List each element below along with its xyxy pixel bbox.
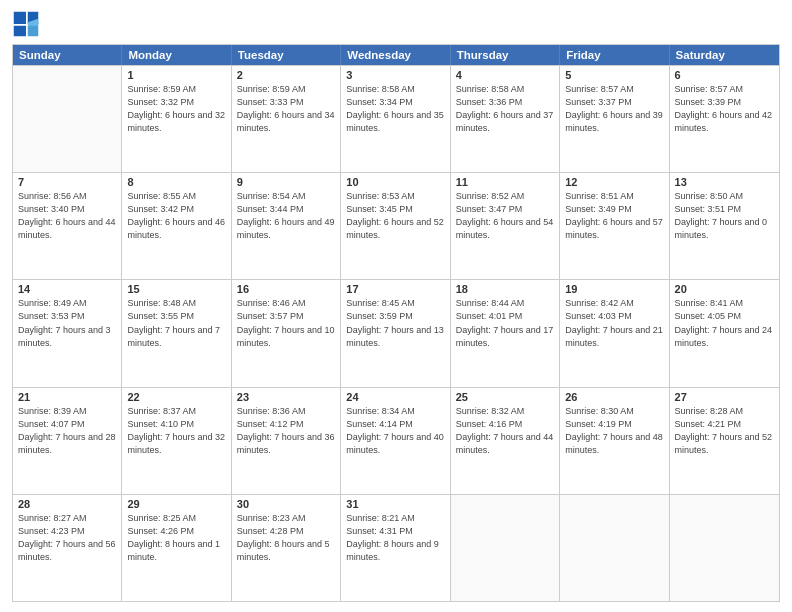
calendar-cell: 26Sunrise: 8:30 AM Sunset: 4:19 PM Dayli…	[560, 388, 669, 494]
day-info: Sunrise: 8:37 AM Sunset: 4:10 PM Dayligh…	[127, 405, 225, 457]
day-info: Sunrise: 8:56 AM Sunset: 3:40 PM Dayligh…	[18, 190, 116, 242]
calendar-cell	[451, 495, 560, 601]
calendar-body: 1Sunrise: 8:59 AM Sunset: 3:32 PM Daylig…	[13, 65, 779, 601]
day-number: 4	[456, 69, 554, 81]
day-number: 3	[346, 69, 444, 81]
day-info: Sunrise: 8:58 AM Sunset: 3:36 PM Dayligh…	[456, 83, 554, 135]
calendar-header: SundayMondayTuesdayWednesdayThursdayFrid…	[13, 45, 779, 65]
calendar-cell	[670, 495, 779, 601]
day-info: Sunrise: 8:44 AM Sunset: 4:01 PM Dayligh…	[456, 297, 554, 349]
calendar-cell: 4Sunrise: 8:58 AM Sunset: 3:36 PM Daylig…	[451, 66, 560, 172]
day-number: 13	[675, 176, 774, 188]
day-info: Sunrise: 8:52 AM Sunset: 3:47 PM Dayligh…	[456, 190, 554, 242]
day-info: Sunrise: 8:45 AM Sunset: 3:59 PM Dayligh…	[346, 297, 444, 349]
day-number: 10	[346, 176, 444, 188]
day-number: 27	[675, 391, 774, 403]
day-info: Sunrise: 8:34 AM Sunset: 4:14 PM Dayligh…	[346, 405, 444, 457]
weekday-header: Sunday	[13, 45, 122, 65]
day-number: 17	[346, 283, 444, 295]
day-info: Sunrise: 8:57 AM Sunset: 3:39 PM Dayligh…	[675, 83, 774, 135]
day-info: Sunrise: 8:42 AM Sunset: 4:03 PM Dayligh…	[565, 297, 663, 349]
day-info: Sunrise: 8:51 AM Sunset: 3:49 PM Dayligh…	[565, 190, 663, 242]
day-number: 22	[127, 391, 225, 403]
day-info: Sunrise: 8:57 AM Sunset: 3:37 PM Dayligh…	[565, 83, 663, 135]
day-number: 8	[127, 176, 225, 188]
calendar-cell: 19Sunrise: 8:42 AM Sunset: 4:03 PM Dayli…	[560, 280, 669, 386]
day-info: Sunrise: 8:48 AM Sunset: 3:55 PM Dayligh…	[127, 297, 225, 349]
day-info: Sunrise: 8:54 AM Sunset: 3:44 PM Dayligh…	[237, 190, 335, 242]
day-info: Sunrise: 8:59 AM Sunset: 3:33 PM Dayligh…	[237, 83, 335, 135]
calendar-cell: 23Sunrise: 8:36 AM Sunset: 4:12 PM Dayli…	[232, 388, 341, 494]
calendar-cell: 1Sunrise: 8:59 AM Sunset: 3:32 PM Daylig…	[122, 66, 231, 172]
calendar-cell: 2Sunrise: 8:59 AM Sunset: 3:33 PM Daylig…	[232, 66, 341, 172]
day-info: Sunrise: 8:27 AM Sunset: 4:23 PM Dayligh…	[18, 512, 116, 564]
calendar-cell: 27Sunrise: 8:28 AM Sunset: 4:21 PM Dayli…	[670, 388, 779, 494]
svg-rect-2	[14, 26, 26, 37]
calendar-cell: 3Sunrise: 8:58 AM Sunset: 3:34 PM Daylig…	[341, 66, 450, 172]
day-info: Sunrise: 8:58 AM Sunset: 3:34 PM Dayligh…	[346, 83, 444, 135]
calendar-row: 1Sunrise: 8:59 AM Sunset: 3:32 PM Daylig…	[13, 65, 779, 172]
calendar-row: 14Sunrise: 8:49 AM Sunset: 3:53 PM Dayli…	[13, 279, 779, 386]
day-info: Sunrise: 8:55 AM Sunset: 3:42 PM Dayligh…	[127, 190, 225, 242]
calendar-cell: 24Sunrise: 8:34 AM Sunset: 4:14 PM Dayli…	[341, 388, 450, 494]
calendar-cell: 15Sunrise: 8:48 AM Sunset: 3:55 PM Dayli…	[122, 280, 231, 386]
calendar-cell: 7Sunrise: 8:56 AM Sunset: 3:40 PM Daylig…	[13, 173, 122, 279]
calendar-cell: 6Sunrise: 8:57 AM Sunset: 3:39 PM Daylig…	[670, 66, 779, 172]
day-info: Sunrise: 8:28 AM Sunset: 4:21 PM Dayligh…	[675, 405, 774, 457]
logo	[12, 10, 44, 38]
day-info: Sunrise: 8:23 AM Sunset: 4:28 PM Dayligh…	[237, 512, 335, 564]
day-number: 18	[456, 283, 554, 295]
day-number: 7	[18, 176, 116, 188]
day-info: Sunrise: 8:21 AM Sunset: 4:31 PM Dayligh…	[346, 512, 444, 564]
weekday-header: Thursday	[451, 45, 560, 65]
calendar-cell: 28Sunrise: 8:27 AM Sunset: 4:23 PM Dayli…	[13, 495, 122, 601]
calendar-cell: 8Sunrise: 8:55 AM Sunset: 3:42 PM Daylig…	[122, 173, 231, 279]
day-number: 19	[565, 283, 663, 295]
day-number: 15	[127, 283, 225, 295]
calendar-cell: 12Sunrise: 8:51 AM Sunset: 3:49 PM Dayli…	[560, 173, 669, 279]
day-number: 24	[346, 391, 444, 403]
day-number: 5	[565, 69, 663, 81]
calendar-row: 7Sunrise: 8:56 AM Sunset: 3:40 PM Daylig…	[13, 172, 779, 279]
calendar-cell: 18Sunrise: 8:44 AM Sunset: 4:01 PM Dayli…	[451, 280, 560, 386]
calendar-cell: 22Sunrise: 8:37 AM Sunset: 4:10 PM Dayli…	[122, 388, 231, 494]
weekday-header: Tuesday	[232, 45, 341, 65]
calendar-cell: 5Sunrise: 8:57 AM Sunset: 3:37 PM Daylig…	[560, 66, 669, 172]
calendar-cell: 29Sunrise: 8:25 AM Sunset: 4:26 PM Dayli…	[122, 495, 231, 601]
svg-rect-1	[14, 12, 26, 24]
day-number: 2	[237, 69, 335, 81]
day-number: 21	[18, 391, 116, 403]
calendar-cell: 17Sunrise: 8:45 AM Sunset: 3:59 PM Dayli…	[341, 280, 450, 386]
day-number: 1	[127, 69, 225, 81]
day-info: Sunrise: 8:46 AM Sunset: 3:57 PM Dayligh…	[237, 297, 335, 349]
day-number: 9	[237, 176, 335, 188]
day-number: 6	[675, 69, 774, 81]
day-info: Sunrise: 8:39 AM Sunset: 4:07 PM Dayligh…	[18, 405, 116, 457]
day-info: Sunrise: 8:36 AM Sunset: 4:12 PM Dayligh…	[237, 405, 335, 457]
day-number: 31	[346, 498, 444, 510]
day-info: Sunrise: 8:59 AM Sunset: 3:32 PM Dayligh…	[127, 83, 225, 135]
calendar-cell	[13, 66, 122, 172]
day-number: 23	[237, 391, 335, 403]
calendar-cell: 16Sunrise: 8:46 AM Sunset: 3:57 PM Dayli…	[232, 280, 341, 386]
calendar-cell: 31Sunrise: 8:21 AM Sunset: 4:31 PM Dayli…	[341, 495, 450, 601]
calendar-cell: 13Sunrise: 8:50 AM Sunset: 3:51 PM Dayli…	[670, 173, 779, 279]
day-number: 20	[675, 283, 774, 295]
day-number: 29	[127, 498, 225, 510]
calendar-cell: 20Sunrise: 8:41 AM Sunset: 4:05 PM Dayli…	[670, 280, 779, 386]
calendar-cell: 14Sunrise: 8:49 AM Sunset: 3:53 PM Dayli…	[13, 280, 122, 386]
weekday-header: Wednesday	[341, 45, 450, 65]
day-number: 14	[18, 283, 116, 295]
weekday-header: Friday	[560, 45, 669, 65]
day-info: Sunrise: 8:25 AM Sunset: 4:26 PM Dayligh…	[127, 512, 225, 564]
calendar: SundayMondayTuesdayWednesdayThursdayFrid…	[12, 44, 780, 602]
day-number: 12	[565, 176, 663, 188]
day-number: 26	[565, 391, 663, 403]
calendar-row: 28Sunrise: 8:27 AM Sunset: 4:23 PM Dayli…	[13, 494, 779, 601]
calendar-cell: 10Sunrise: 8:53 AM Sunset: 3:45 PM Dayli…	[341, 173, 450, 279]
day-number: 30	[237, 498, 335, 510]
day-number: 11	[456, 176, 554, 188]
calendar-cell: 25Sunrise: 8:32 AM Sunset: 4:16 PM Dayli…	[451, 388, 560, 494]
calendar-cell: 11Sunrise: 8:52 AM Sunset: 3:47 PM Dayli…	[451, 173, 560, 279]
day-info: Sunrise: 8:53 AM Sunset: 3:45 PM Dayligh…	[346, 190, 444, 242]
